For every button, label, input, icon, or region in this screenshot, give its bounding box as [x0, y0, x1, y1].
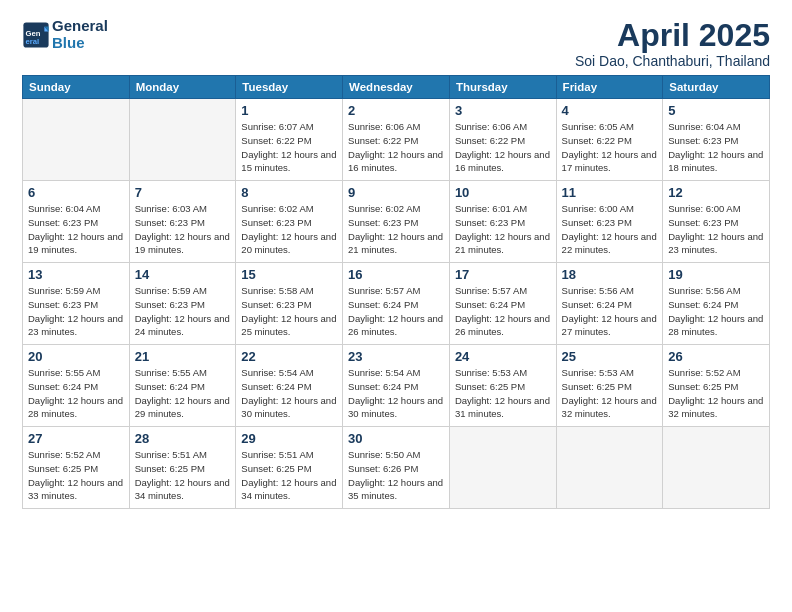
day-number: 14: [135, 267, 231, 282]
day-info: Sunrise: 5:50 AM Sunset: 6:26 PM Dayligh…: [348, 448, 444, 503]
day-number: 16: [348, 267, 444, 282]
day-number: 22: [241, 349, 337, 364]
calendar-cell: 21Sunrise: 5:55 AM Sunset: 6:24 PM Dayli…: [129, 345, 236, 427]
day-info: Sunrise: 5:59 AM Sunset: 6:23 PM Dayligh…: [28, 284, 124, 339]
calendar-cell: 5Sunrise: 6:04 AM Sunset: 6:23 PM Daylig…: [663, 99, 770, 181]
header-wednesday: Wednesday: [343, 76, 450, 99]
day-info: Sunrise: 5:55 AM Sunset: 6:24 PM Dayligh…: [28, 366, 124, 421]
calendar-week-row: 13Sunrise: 5:59 AM Sunset: 6:23 PM Dayli…: [23, 263, 770, 345]
calendar-cell: 17Sunrise: 5:57 AM Sunset: 6:24 PM Dayli…: [449, 263, 556, 345]
svg-text:eral: eral: [26, 37, 40, 46]
calendar-cell: 22Sunrise: 5:54 AM Sunset: 6:24 PM Dayli…: [236, 345, 343, 427]
title-block: April 2025 Soi Dao, Chanthaburi, Thailan…: [575, 18, 770, 69]
day-info: Sunrise: 5:55 AM Sunset: 6:24 PM Dayligh…: [135, 366, 231, 421]
day-number: 4: [562, 103, 658, 118]
day-info: Sunrise: 5:58 AM Sunset: 6:23 PM Dayligh…: [241, 284, 337, 339]
logo-line2: Blue: [52, 35, 108, 52]
calendar-cell: 30Sunrise: 5:50 AM Sunset: 6:26 PM Dayli…: [343, 427, 450, 509]
day-info: Sunrise: 6:05 AM Sunset: 6:22 PM Dayligh…: [562, 120, 658, 175]
day-number: 24: [455, 349, 551, 364]
header: Gen eral General Blue April 2025 Soi Dao…: [22, 18, 770, 69]
day-number: 20: [28, 349, 124, 364]
day-number: 11: [562, 185, 658, 200]
calendar: Sunday Monday Tuesday Wednesday Thursday…: [22, 75, 770, 509]
day-info: Sunrise: 5:59 AM Sunset: 6:23 PM Dayligh…: [135, 284, 231, 339]
day-info: Sunrise: 6:04 AM Sunset: 6:23 PM Dayligh…: [28, 202, 124, 257]
calendar-cell: 4Sunrise: 6:05 AM Sunset: 6:22 PM Daylig…: [556, 99, 663, 181]
day-number: 17: [455, 267, 551, 282]
day-number: 21: [135, 349, 231, 364]
day-info: Sunrise: 6:04 AM Sunset: 6:23 PM Dayligh…: [668, 120, 764, 175]
calendar-cell: 11Sunrise: 6:00 AM Sunset: 6:23 PM Dayli…: [556, 181, 663, 263]
calendar-cell: 14Sunrise: 5:59 AM Sunset: 6:23 PM Dayli…: [129, 263, 236, 345]
calendar-week-row: 27Sunrise: 5:52 AM Sunset: 6:25 PM Dayli…: [23, 427, 770, 509]
logo: Gen eral General Blue: [22, 18, 108, 51]
calendar-week-row: 6Sunrise: 6:04 AM Sunset: 6:23 PM Daylig…: [23, 181, 770, 263]
calendar-cell: 9Sunrise: 6:02 AM Sunset: 6:23 PM Daylig…: [343, 181, 450, 263]
day-number: 30: [348, 431, 444, 446]
day-info: Sunrise: 6:03 AM Sunset: 6:23 PM Dayligh…: [135, 202, 231, 257]
day-info: Sunrise: 6:01 AM Sunset: 6:23 PM Dayligh…: [455, 202, 551, 257]
header-sunday: Sunday: [23, 76, 130, 99]
day-info: Sunrise: 6:00 AM Sunset: 6:23 PM Dayligh…: [562, 202, 658, 257]
day-info: Sunrise: 5:52 AM Sunset: 6:25 PM Dayligh…: [668, 366, 764, 421]
day-info: Sunrise: 6:02 AM Sunset: 6:23 PM Dayligh…: [348, 202, 444, 257]
day-info: Sunrise: 5:57 AM Sunset: 6:24 PM Dayligh…: [455, 284, 551, 339]
calendar-cell: 7Sunrise: 6:03 AM Sunset: 6:23 PM Daylig…: [129, 181, 236, 263]
calendar-cell: [449, 427, 556, 509]
calendar-week-row: 1Sunrise: 6:07 AM Sunset: 6:22 PM Daylig…: [23, 99, 770, 181]
day-number: 18: [562, 267, 658, 282]
calendar-cell: [129, 99, 236, 181]
day-info: Sunrise: 6:06 AM Sunset: 6:22 PM Dayligh…: [455, 120, 551, 175]
day-number: 19: [668, 267, 764, 282]
day-info: Sunrise: 6:07 AM Sunset: 6:22 PM Dayligh…: [241, 120, 337, 175]
day-info: Sunrise: 5:57 AM Sunset: 6:24 PM Dayligh…: [348, 284, 444, 339]
header-saturday: Saturday: [663, 76, 770, 99]
page: Gen eral General Blue April 2025 Soi Dao…: [0, 0, 792, 612]
day-number: 28: [135, 431, 231, 446]
header-thursday: Thursday: [449, 76, 556, 99]
calendar-cell: 12Sunrise: 6:00 AM Sunset: 6:23 PM Dayli…: [663, 181, 770, 263]
logo-line1: General: [52, 18, 108, 35]
day-info: Sunrise: 6:06 AM Sunset: 6:22 PM Dayligh…: [348, 120, 444, 175]
day-number: 13: [28, 267, 124, 282]
calendar-cell: 25Sunrise: 5:53 AM Sunset: 6:25 PM Dayli…: [556, 345, 663, 427]
day-number: 7: [135, 185, 231, 200]
day-info: Sunrise: 6:00 AM Sunset: 6:23 PM Dayligh…: [668, 202, 764, 257]
day-number: 6: [28, 185, 124, 200]
day-info: Sunrise: 5:56 AM Sunset: 6:24 PM Dayligh…: [668, 284, 764, 339]
calendar-cell: [663, 427, 770, 509]
calendar-cell: 15Sunrise: 5:58 AM Sunset: 6:23 PM Dayli…: [236, 263, 343, 345]
calendar-cell: 1Sunrise: 6:07 AM Sunset: 6:22 PM Daylig…: [236, 99, 343, 181]
calendar-cell: 16Sunrise: 5:57 AM Sunset: 6:24 PM Dayli…: [343, 263, 450, 345]
day-info: Sunrise: 5:51 AM Sunset: 6:25 PM Dayligh…: [241, 448, 337, 503]
calendar-cell: [23, 99, 130, 181]
day-number: 10: [455, 185, 551, 200]
calendar-cell: 18Sunrise: 5:56 AM Sunset: 6:24 PM Dayli…: [556, 263, 663, 345]
day-info: Sunrise: 5:53 AM Sunset: 6:25 PM Dayligh…: [455, 366, 551, 421]
sub-title: Soi Dao, Chanthaburi, Thailand: [575, 53, 770, 69]
calendar-cell: 6Sunrise: 6:04 AM Sunset: 6:23 PM Daylig…: [23, 181, 130, 263]
header-monday: Monday: [129, 76, 236, 99]
day-number: 27: [28, 431, 124, 446]
calendar-cell: 27Sunrise: 5:52 AM Sunset: 6:25 PM Dayli…: [23, 427, 130, 509]
day-info: Sunrise: 6:02 AM Sunset: 6:23 PM Dayligh…: [241, 202, 337, 257]
day-number: 23: [348, 349, 444, 364]
day-number: 5: [668, 103, 764, 118]
day-info: Sunrise: 5:54 AM Sunset: 6:24 PM Dayligh…: [348, 366, 444, 421]
calendar-cell: 19Sunrise: 5:56 AM Sunset: 6:24 PM Dayli…: [663, 263, 770, 345]
calendar-cell: [556, 427, 663, 509]
calendar-week-row: 20Sunrise: 5:55 AM Sunset: 6:24 PM Dayli…: [23, 345, 770, 427]
weekday-header-row: Sunday Monday Tuesday Wednesday Thursday…: [23, 76, 770, 99]
day-info: Sunrise: 5:53 AM Sunset: 6:25 PM Dayligh…: [562, 366, 658, 421]
calendar-cell: 2Sunrise: 6:06 AM Sunset: 6:22 PM Daylig…: [343, 99, 450, 181]
day-info: Sunrise: 5:52 AM Sunset: 6:25 PM Dayligh…: [28, 448, 124, 503]
calendar-cell: 13Sunrise: 5:59 AM Sunset: 6:23 PM Dayli…: [23, 263, 130, 345]
main-title: April 2025: [575, 18, 770, 53]
day-info: Sunrise: 5:56 AM Sunset: 6:24 PM Dayligh…: [562, 284, 658, 339]
calendar-cell: 26Sunrise: 5:52 AM Sunset: 6:25 PM Dayli…: [663, 345, 770, 427]
day-number: 12: [668, 185, 764, 200]
day-number: 29: [241, 431, 337, 446]
calendar-cell: 28Sunrise: 5:51 AM Sunset: 6:25 PM Dayli…: [129, 427, 236, 509]
calendar-cell: 10Sunrise: 6:01 AM Sunset: 6:23 PM Dayli…: [449, 181, 556, 263]
